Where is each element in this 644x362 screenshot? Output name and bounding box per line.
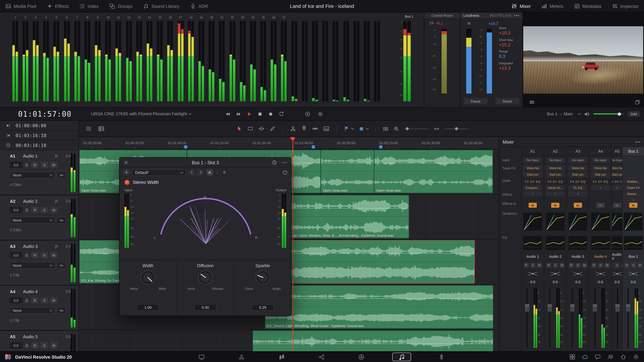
range-selection-tool-icon[interactable] (247, 125, 254, 132)
loudness-menu-icon[interactable] (514, 12, 520, 18)
track-fx-slot[interactable]: Dial Lev (546, 172, 565, 177)
strip-name[interactable]: Audio 4 (594, 254, 607, 258)
lock-icon[interactable] (24, 207, 29, 212)
track-header-a4[interactable]: A4Audio 42.00.0RSMNone1 Clip (0, 286, 78, 331)
pan-control[interactable] (544, 269, 566, 278)
page-tab-color[interactable] (352, 353, 371, 361)
frame-view-tool-icon[interactable] (323, 125, 330, 132)
mute-button[interactable]: M (50, 162, 58, 168)
track-fx-slot[interactable]: Dial Lev (591, 172, 610, 177)
marker-tool-icon[interactable] (358, 126, 368, 132)
fader-handle[interactable] (524, 304, 530, 312)
topbar-adr[interactable]: ADR (185, 0, 213, 12)
lock-icon[interactable] (24, 343, 29, 348)
fader-value[interactable]: 0.0 (553, 280, 558, 284)
fx-order[interactable]: FXDYEQ (570, 179, 586, 184)
effect-slot[interactable]: Chain FX (624, 185, 643, 190)
input-selector[interactable]: No Input (546, 157, 565, 163)
strip-tab[interactable]: Bus 1 (623, 147, 644, 156)
track-gain[interactable]: 0.0 (10, 207, 22, 213)
strip-name[interactable]: Audio 3 (572, 254, 584, 258)
fx-order[interactable]: FXDYEQ (593, 179, 608, 184)
preset-dropdown[interactable]: Default* (132, 169, 186, 176)
waveform-view-icon[interactable] (57, 217, 66, 224)
track-gain[interactable]: 0.0 (10, 297, 22, 303)
track-fx-slot[interactable]: Dial Lev (568, 172, 587, 177)
mute-button[interactable]: M (637, 263, 643, 268)
lock-icon[interactable] (24, 253, 29, 257)
play-button[interactable] (246, 111, 252, 117)
track-fx-slot[interactable]: Dial Lev (523, 172, 542, 177)
effect-slot[interactable]: FL EQ (568, 185, 587, 190)
solo-button[interactable]: S (40, 207, 48, 213)
monitor-path[interactable]: Bus 1 → Main (547, 112, 573, 116)
zoom-slider[interactable] (444, 128, 469, 129)
audio-clip[interactable] (252, 330, 493, 351)
effect-slot[interactable]: Stereo ... (624, 191, 643, 197)
effects-in-toggle[interactable]: In (574, 203, 582, 208)
lock-icon[interactable] (24, 298, 29, 303)
track-fx-slot[interactable]: Voice Iso (591, 165, 610, 171)
gear-icon[interactable] (633, 354, 639, 360)
loop-button[interactable] (278, 111, 284, 117)
add-effect-button[interactable]: + (546, 191, 565, 197)
record-arm-button[interactable]: R (546, 263, 552, 268)
dynamics-graph[interactable] (544, 209, 566, 234)
record-arm-button[interactable]: R (524, 263, 529, 268)
strip-name[interactable]: Audio 1 (526, 254, 539, 258)
knob-value[interactable]: 0.30 (194, 304, 216, 311)
ab-compare-b-button[interactable]: B (221, 169, 228, 176)
solo-button[interactable]: S (614, 263, 620, 268)
solo-button[interactable]: S (40, 342, 48, 349)
plugin-menu-icon[interactable] (282, 159, 288, 165)
dim-button[interactable]: DIM (628, 111, 640, 117)
fader-value[interactable]: 0.0 (530, 280, 535, 284)
topbar-meters[interactable]: Meters (536, 0, 569, 12)
add-effect-button[interactable]: + (568, 191, 587, 197)
snap-tool-icon[interactable] (301, 125, 307, 132)
waveform-view-icon[interactable] (57, 262, 66, 269)
add-preset-icon[interactable] (123, 169, 130, 176)
fx-order[interactable]: FXDYEQ (525, 179, 540, 184)
audio-clip[interactable]: dge, Open Window, Slow, B..., Accelerati… (289, 195, 409, 239)
input-selector[interactable]: No Input (591, 157, 610, 163)
mute-button[interactable]: M (582, 263, 587, 268)
record-arm-button[interactable]: R (31, 297, 38, 303)
effects-in-toggle[interactable]: In (596, 203, 604, 208)
page-tab-deliver[interactable] (432, 353, 451, 361)
channel-fader[interactable]: 5101520304050 (612, 286, 622, 351)
prev-preset-icon[interactable] (188, 169, 195, 176)
track-eq-dropdown[interactable]: None (10, 172, 55, 179)
dynamics-graph[interactable] (567, 209, 589, 234)
solo-button[interactable]: S (40, 162, 48, 168)
strip-name[interactable]: Bus 1 (628, 254, 638, 258)
channel-fader[interactable]: 5101520304050 (567, 286, 589, 351)
track-eq-dropdown[interactable]: None (10, 217, 55, 224)
auto-arm-icon[interactable] (305, 111, 310, 117)
channel-fader[interactable]: 5101520304050 (623, 286, 644, 351)
topbar-effects[interactable]: Effects (42, 0, 74, 12)
fx-order[interactable]: FXDYEQ (548, 179, 563, 184)
volume-handle[interactable] (618, 112, 621, 116)
track-header-a1[interactable]: A1Audio 1fx2.00.0RSMNone4 Clips (0, 150, 78, 195)
track-header-a5[interactable]: A5Audio 52.00.0RSMNone (0, 331, 78, 351)
next-preset-icon[interactable] (197, 169, 204, 176)
pan-control[interactable] (522, 269, 544, 278)
reset-button[interactable]: Reset (495, 98, 519, 104)
record-arm-button[interactable]: R (569, 263, 574, 268)
mixer-strip-a5[interactable]: A5No InputVoice IsoDial LevFXDYEQ+InAudi… (612, 147, 623, 352)
rewind-button[interactable] (225, 111, 231, 117)
mixer-strip-a2[interactable]: A2No InputVoice IsoDial LevFXDYEQVocal C… (544, 147, 567, 352)
page-tab-fusion[interactable] (312, 353, 331, 361)
fx-badge[interactable]: fx (55, 153, 58, 158)
record-arm-button[interactable]: R (31, 342, 38, 349)
waveform-view-icon[interactable] (57, 172, 66, 179)
width-knob[interactable] (140, 270, 156, 286)
fx-badge[interactable]: fx (55, 199, 58, 203)
dynamics-graph[interactable] (589, 209, 612, 234)
mute-button[interactable]: M (559, 263, 564, 268)
fader-value[interactable]: 0.0 (598, 280, 603, 284)
track-eq-dropdown[interactable]: None (10, 307, 55, 314)
solo-button[interactable]: S (575, 263, 580, 268)
channel-fader[interactable]: 5101520304050 (522, 286, 544, 351)
